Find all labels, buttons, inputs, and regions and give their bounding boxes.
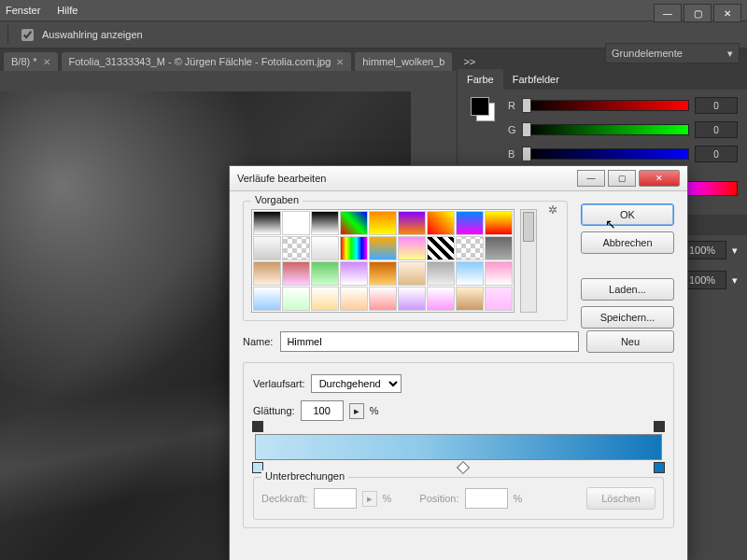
- preset-swatch[interactable]: [456, 211, 484, 235]
- save-button[interactable]: Speichern...: [581, 306, 674, 329]
- preset-swatch[interactable]: [282, 211, 310, 235]
- cancel-button[interactable]: Abbrechen: [581, 231, 674, 254]
- r-label: R: [508, 100, 519, 111]
- menu-hilfe[interactable]: Hilfe: [57, 5, 78, 16]
- separator: [7, 25, 8, 44]
- presets-scrollbar[interactable]: [520, 209, 537, 313]
- spin-arrow-icon[interactable]: ▸: [349, 403, 364, 419]
- auswahlring-input[interactable]: [21, 29, 34, 41]
- document-tab-3[interactable]: himmel_wolken_b: [355, 52, 452, 71]
- preset-swatch[interactable]: [485, 287, 513, 311]
- preset-swatch[interactable]: [369, 236, 397, 260]
- menu-fenster[interactable]: Fenster: [6, 5, 40, 16]
- preset-swatch[interactable]: [427, 211, 455, 235]
- document-tab-2[interactable]: Fotolia_31333343_M - © Jürgen Fälchle - …: [62, 52, 352, 71]
- dialog-maximize[interactable]: ▢: [608, 170, 636, 187]
- preset-swatch[interactable]: [398, 261, 426, 286]
- fg-bg-swatch[interactable]: [471, 97, 495, 121]
- position-label: Position:: [419, 493, 458, 504]
- tab-overflow[interactable]: >>: [456, 52, 483, 71]
- opacity-stop-left[interactable]: [252, 421, 263, 432]
- preset-swatch[interactable]: [311, 236, 339, 260]
- preset-swatch[interactable]: [369, 261, 397, 286]
- type-label: Verlaufsart:: [253, 378, 305, 389]
- preset-swatch[interactable]: [398, 236, 426, 260]
- preset-swatch[interactable]: [427, 261, 455, 286]
- gear-icon[interactable]: ✲: [548, 203, 557, 217]
- percent-label: %: [383, 493, 392, 504]
- tab-farbe[interactable]: Farbe: [458, 69, 503, 90]
- close-icon[interactable]: ✕: [336, 57, 344, 67]
- preset-swatch[interactable]: [485, 211, 513, 235]
- preset-swatch[interactable]: [340, 211, 368, 235]
- g-label: G: [508, 124, 519, 135]
- close-icon[interactable]: ✕: [43, 57, 50, 67]
- new-button[interactable]: Neu: [586, 330, 674, 353]
- dialog-minimize[interactable]: —: [577, 170, 605, 187]
- preset-swatch[interactable]: [485, 236, 513, 260]
- preset-swatch[interactable]: [340, 287, 368, 311]
- b-slider[interactable]: [525, 148, 689, 160]
- preset-swatch[interactable]: [456, 287, 484, 311]
- workspace-dropdown[interactable]: Grundelemente ▾: [605, 43, 740, 63]
- g-value[interactable]: 0: [695, 121, 738, 138]
- preset-swatch[interactable]: [369, 287, 397, 311]
- gradient-editor-dialog: Verläufe bearbeiten — ▢ ✕ Vorgaben ✲ OK …: [229, 165, 688, 560]
- preset-swatch[interactable]: [253, 261, 281, 286]
- workspace-label: Grundelemente: [612, 48, 683, 59]
- opacity-stop-right[interactable]: [654, 421, 665, 432]
- chevron-down-icon: ▾: [727, 48, 733, 60]
- preset-swatch[interactable]: [427, 236, 455, 260]
- dialog-title: Verläufe bearbeiten: [237, 173, 326, 184]
- g-slider[interactable]: [525, 124, 689, 135]
- app-maximize[interactable]: ▢: [684, 4, 712, 22]
- opacity-label: Deckkraft:: [261, 493, 308, 504]
- name-label: Name:: [243, 336, 273, 347]
- r-value[interactable]: 0: [695, 97, 738, 114]
- preset-swatch[interactable]: [253, 236, 281, 260]
- position-input: [465, 488, 508, 509]
- app-close[interactable]: ✕: [713, 4, 741, 22]
- color-stop-right[interactable]: [654, 462, 665, 473]
- b-value[interactable]: 0: [695, 146, 738, 162]
- preset-swatch[interactable]: [369, 211, 397, 235]
- preset-swatch[interactable]: [311, 211, 339, 235]
- smooth-input[interactable]: [301, 400, 344, 421]
- preset-swatch[interactable]: [311, 287, 339, 311]
- preset-swatch[interactable]: [282, 236, 310, 260]
- load-button[interactable]: Laden...: [581, 278, 674, 301]
- preset-swatch[interactable]: [340, 261, 368, 286]
- auswahlring-checkbox[interactable]: Auswahlring anzeigen: [18, 26, 143, 44]
- preset-swatch[interactable]: [253, 287, 281, 311]
- preset-swatch[interactable]: [485, 261, 513, 286]
- type-select[interactable]: Durchgehend: [311, 374, 402, 393]
- tab-farbfelder[interactable]: Farbfelder: [503, 69, 569, 90]
- b-label: B: [508, 148, 519, 160]
- ok-button[interactable]: OK: [581, 203, 674, 226]
- preset-swatches[interactable]: [251, 209, 514, 313]
- app-minimize[interactable]: —: [654, 4, 682, 22]
- preset-swatch[interactable]: [311, 261, 339, 286]
- gradient-bar[interactable]: [255, 434, 662, 460]
- preset-swatch[interactable]: [340, 236, 368, 260]
- midpoint-stop[interactable]: [457, 461, 470, 474]
- dialog-close[interactable]: ✕: [639, 170, 680, 187]
- preset-swatch[interactable]: [398, 287, 426, 311]
- document-tab-1[interactable]: B/8) *✕: [4, 52, 58, 71]
- chevron-down-icon[interactable]: ▾: [732, 274, 738, 287]
- preset-swatch[interactable]: [282, 287, 310, 311]
- preset-swatch[interactable]: [456, 261, 484, 286]
- name-input[interactable]: [280, 331, 579, 352]
- r-slider[interactable]: [525, 100, 689, 111]
- opacity-input: [314, 488, 357, 509]
- preset-swatch[interactable]: [282, 261, 310, 286]
- preset-swatch[interactable]: [427, 287, 455, 311]
- stops-label: Unterbrechungen: [261, 470, 348, 482]
- preset-swatch[interactable]: [456, 236, 484, 260]
- chevron-down-icon[interactable]: ▾: [732, 245, 738, 257]
- delete-button: Löschen: [586, 487, 655, 510]
- auswahlring-label: Auswahlring anzeigen: [42, 29, 143, 40]
- preset-swatch[interactable]: [398, 211, 426, 235]
- preset-swatch[interactable]: [253, 211, 281, 235]
- presets-label: Vorgaben: [251, 194, 303, 205]
